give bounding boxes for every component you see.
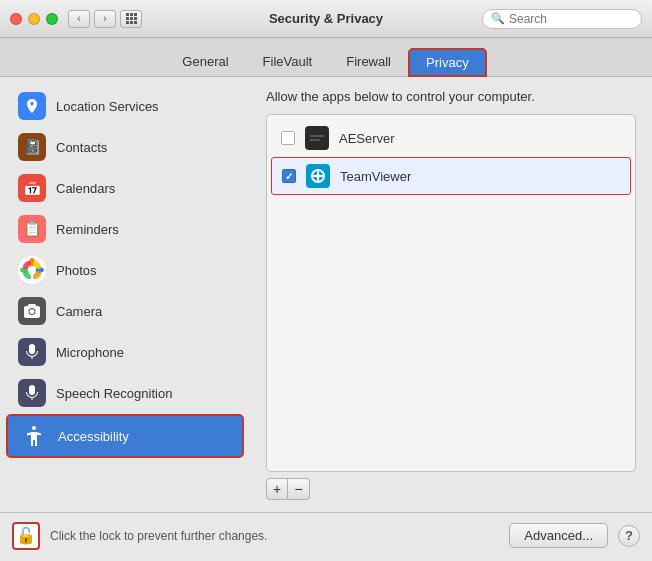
minimize-button[interactable] — [28, 13, 40, 25]
sidebar-label-camera: Camera — [56, 304, 102, 319]
sidebar-label-accessibility: Accessibility — [58, 429, 129, 444]
sidebar-item-camera[interactable]: Camera — [6, 291, 244, 331]
location-icon — [18, 92, 46, 120]
sidebar-item-speech[interactable]: Speech Recognition — [6, 373, 244, 413]
right-panel: Allow the apps below to control your com… — [250, 77, 652, 512]
calendars-icon: 📅 — [18, 174, 46, 202]
sidebar-label-location: Location Services — [56, 99, 159, 114]
sidebar-label-reminders: Reminders — [56, 222, 119, 237]
lock-text: Click the lock to prevent further change… — [50, 529, 499, 543]
accessibility-icon — [20, 422, 48, 450]
sidebar-label-speech: Speech Recognition — [56, 386, 172, 401]
sidebar-item-accessibility[interactable]: Accessibility — [6, 414, 244, 458]
svg-rect-12 — [307, 128, 327, 148]
svg-point-11 — [32, 426, 36, 430]
grid-icon — [126, 13, 137, 24]
remove-button[interactable]: − — [288, 478, 310, 500]
aeserver-name: AEServer — [339, 131, 395, 146]
nav-buttons: ‹ › — [68, 10, 116, 28]
title-bar: ‹ › Security & Privacy 🔍 — [0, 0, 652, 38]
svg-rect-13 — [310, 135, 324, 137]
aeserver-checkbox[interactable] — [281, 131, 295, 145]
svg-point-10 — [28, 266, 36, 274]
teamviewer-checkbox[interactable] — [282, 169, 296, 183]
help-button[interactable]: ? — [618, 525, 640, 547]
bottom-bar: 🔓 Click the lock to prevent further chan… — [0, 512, 652, 558]
sidebar-label-microphone: Microphone — [56, 345, 124, 360]
sidebar-item-calendars[interactable]: 📅 Calendars — [6, 168, 244, 208]
sidebar-item-location[interactable]: Location Services — [6, 86, 244, 126]
back-button[interactable]: ‹ — [68, 10, 90, 28]
forward-button[interactable]: › — [94, 10, 116, 28]
sidebar: Location Services 📓 Contacts 📅 Calendars… — [0, 77, 250, 512]
teamviewer-icon — [306, 164, 330, 188]
sidebar-item-reminders[interactable]: 📋 Reminders — [6, 209, 244, 249]
lock-button[interactable]: 🔓 — [12, 522, 40, 550]
list-controls: + − — [266, 478, 636, 500]
grid-button[interactable] — [120, 10, 142, 28]
search-icon: 🔍 — [491, 12, 505, 25]
close-button[interactable] — [10, 13, 22, 25]
sidebar-label-photos: Photos — [56, 263, 96, 278]
sidebar-label-contacts: Contacts — [56, 140, 107, 155]
search-bar[interactable]: 🔍 — [482, 9, 642, 29]
contacts-icon: 📓 — [18, 133, 46, 161]
camera-icon — [18, 297, 46, 325]
svg-rect-14 — [310, 139, 320, 141]
reminders-icon: 📋 — [18, 215, 46, 243]
aeserver-icon — [305, 126, 329, 150]
sidebar-item-contacts[interactable]: 📓 Contacts — [6, 127, 244, 167]
main-content: Location Services 📓 Contacts 📅 Calendars… — [0, 77, 652, 512]
sidebar-label-calendars: Calendars — [56, 181, 115, 196]
speech-icon — [18, 379, 46, 407]
tab-privacy[interactable]: Privacy — [408, 48, 487, 77]
traffic-lights — [10, 13, 58, 25]
sidebar-item-microphone[interactable]: Microphone — [6, 332, 244, 372]
photos-icon — [18, 256, 46, 284]
app-list: AEServer TeamViewer — [266, 114, 636, 472]
advanced-button[interactable]: Advanced... — [509, 523, 608, 548]
search-input[interactable] — [509, 12, 633, 26]
tab-bar: General FileVault Firewall Privacy — [0, 38, 652, 77]
app-item-aeserver[interactable]: AEServer — [271, 120, 631, 156]
add-button[interactable]: + — [266, 478, 288, 500]
tab-filevault[interactable]: FileVault — [246, 48, 330, 77]
panel-description: Allow the apps below to control your com… — [266, 89, 636, 104]
app-item-teamviewer[interactable]: TeamViewer — [271, 157, 631, 195]
maximize-button[interactable] — [46, 13, 58, 25]
teamviewer-name: TeamViewer — [340, 169, 411, 184]
microphone-icon — [18, 338, 46, 366]
window-title: Security & Privacy — [269, 11, 383, 26]
sidebar-item-photos[interactable]: Photos — [6, 250, 244, 290]
tab-general[interactable]: General — [165, 48, 245, 77]
tab-firewall[interactable]: Firewall — [329, 48, 408, 77]
